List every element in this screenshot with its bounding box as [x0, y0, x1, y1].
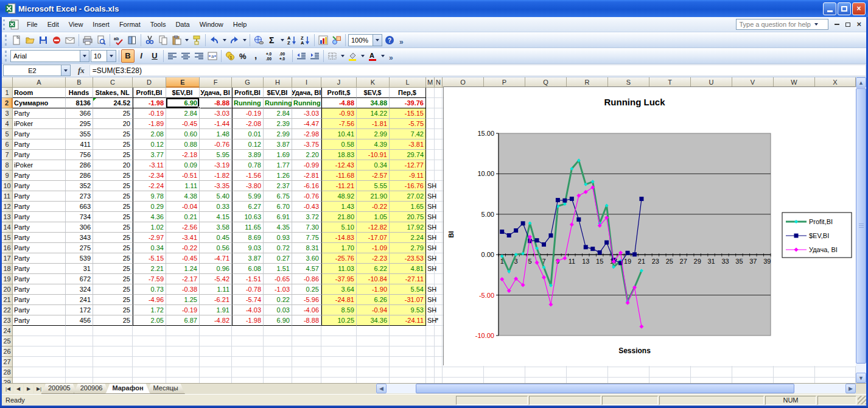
cell-F3[interactable]: -3.03 — [200, 108, 232, 119]
cell-N25[interactable] — [435, 336, 443, 346]
cell-I24[interactable] — [292, 326, 321, 336]
cell-D21[interactable]: -4.96 — [133, 295, 166, 305]
cell-J4[interactable]: -7.56 — [321, 119, 357, 129]
vertical-scrollbar[interactable]: ▲ ▼ — [856, 77, 866, 383]
cell-K27[interactable] — [357, 357, 390, 367]
cell-A23[interactable]: Party — [13, 315, 66, 326]
help-question-input[interactable]: Type a question for help — [736, 19, 828, 30]
cell-C3[interactable]: 25 — [93, 108, 133, 119]
cell-K22[interactable]: -0.94 — [357, 305, 390, 315]
cell-I18[interactable]: 4.57 — [292, 264, 321, 274]
cell-C12[interactable]: 25 — [93, 202, 133, 212]
cell-M16[interactable]: SH — [426, 243, 435, 253]
cell-B20[interactable]: 324 — [66, 284, 93, 295]
cell-J8[interactable]: -12.43 — [321, 160, 357, 171]
cell-I29[interactable] — [292, 378, 321, 383]
cell-A8[interactable]: iPoker — [13, 160, 66, 171]
col-header-E[interactable]: E — [166, 77, 200, 88]
row-header-6[interactable]: 6 — [2, 139, 13, 150]
cell-D19[interactable]: -7.59 — [133, 274, 166, 284]
cell-J19[interactable]: -37.95 — [321, 274, 357, 284]
row-header-16[interactable]: 16 — [2, 243, 13, 253]
cell-C24[interactable] — [93, 326, 133, 336]
maximize-button[interactable] — [838, 2, 851, 15]
cell-M28[interactable] — [426, 367, 435, 378]
cell-I20[interactable]: 0.25 — [292, 284, 321, 295]
cell-N27[interactable] — [435, 357, 443, 367]
cell-L15[interactable]: 2.24 — [390, 233, 426, 243]
chevron-down-icon[interactable] — [814, 23, 818, 26]
italic-button[interactable]: I — [135, 49, 148, 63]
cell-M15[interactable]: SH — [426, 233, 435, 243]
cell-C18[interactable]: 25 — [93, 264, 133, 274]
cell-F16[interactable]: 0.56 — [200, 243, 232, 253]
cell-A17[interactable]: Party — [13, 253, 66, 264]
row-header-4[interactable]: 4 — [2, 119, 13, 129]
scroll-left-icon[interactable]: ◀ — [376, 384, 387, 393]
cell-B6[interactable]: 411 — [66, 139, 93, 150]
cell-I2[interactable]: Running — [292, 98, 321, 108]
cell-E21[interactable]: 1.25 — [166, 295, 200, 305]
cell-C9[interactable]: 25 — [93, 171, 133, 181]
cell-G17[interactable]: 3.87 — [232, 253, 264, 264]
cell-L11[interactable]: 27.02 — [390, 191, 426, 202]
cell-H1[interactable]: $EV,BI — [264, 88, 292, 98]
menu-help[interactable]: Help — [228, 18, 252, 30]
row-header-28[interactable]: 28 — [2, 367, 13, 378]
cell-H7[interactable]: 1.69 — [264, 150, 292, 160]
cell-E17[interactable]: -0.45 — [166, 253, 200, 264]
cell-C20[interactable]: 25 — [93, 284, 133, 295]
cell-B8[interactable]: 286 — [66, 160, 93, 171]
cell-A28[interactable] — [13, 367, 66, 378]
cell-M17[interactable]: SH — [426, 253, 435, 264]
cell-A9[interactable]: Party — [13, 171, 66, 181]
cell-I6[interactable]: -3.75 — [292, 139, 321, 150]
cell-M6[interactable] — [426, 139, 435, 150]
cell-W28[interactable] — [774, 367, 815, 378]
cell-N6[interactable] — [435, 139, 443, 150]
vertical-scroll-thumb[interactable] — [856, 88, 866, 364]
row-header-1[interactable]: 1 — [2, 88, 13, 98]
cell-M12[interactable]: SH — [426, 202, 435, 212]
cell-F10[interactable]: -3.35 — [200, 181, 232, 191]
format-painter-button[interactable] — [190, 33, 203, 47]
cell-E10[interactable]: 1.11 — [166, 181, 200, 191]
cell-K25[interactable] — [357, 336, 390, 346]
cell-M9[interactable] — [426, 171, 435, 181]
cell-L8[interactable]: -12.77 — [390, 160, 426, 171]
cell-D14[interactable]: 1.02 — [133, 222, 166, 233]
cell-G1[interactable]: Profit,BI — [232, 88, 264, 98]
cell-J21[interactable]: -24.81 — [321, 295, 357, 305]
formula-input[interactable]: =SUM(E3:E28) — [89, 65, 866, 76]
cell-I14[interactable]: 7.30 — [292, 222, 321, 233]
cell-D15[interactable]: -2.97 — [133, 233, 166, 243]
percent-button[interactable]: % — [237, 49, 250, 63]
cell-T29[interactable] — [649, 378, 691, 383]
col-header-H[interactable]: H — [264, 77, 292, 88]
cell-M2[interactable] — [426, 98, 435, 108]
cell-K13[interactable]: 1.05 — [357, 212, 390, 222]
cell-D24[interactable] — [133, 326, 166, 336]
cell-C5[interactable]: 25 — [93, 129, 133, 139]
row-header-27[interactable]: 27 — [2, 357, 13, 367]
row-header-3[interactable]: 3 — [2, 108, 13, 119]
next-sheet-icon[interactable]: ▶ — [24, 384, 33, 393]
cell-H22[interactable]: 0.03 — [264, 305, 292, 315]
cell-M13[interactable]: SH — [426, 212, 435, 222]
col-header-C[interactable]: C — [93, 77, 133, 88]
cell-M21[interactable]: SH — [426, 295, 435, 305]
first-sheet-icon[interactable]: |◀ — [3, 384, 13, 393]
cell-X28[interactable] — [815, 367, 856, 378]
cell-E16[interactable]: -0.22 — [166, 243, 200, 253]
cell-H20[interactable]: -1.03 — [264, 284, 292, 295]
cell-J6[interactable]: 0.58 — [321, 139, 357, 150]
cell-I15[interactable]: 7.75 — [292, 233, 321, 243]
cell-I8[interactable]: -0.99 — [292, 160, 321, 171]
cell-D7[interactable]: 3.77 — [133, 150, 166, 160]
cell-J17[interactable]: -25.76 — [321, 253, 357, 264]
select-all-corner[interactable] — [2, 77, 13, 88]
cell-I17[interactable]: 3.60 — [292, 253, 321, 264]
cell-E5[interactable]: 0.60 — [166, 129, 200, 139]
cell-C13[interactable]: 25 — [93, 212, 133, 222]
row-header-18[interactable]: 18 — [2, 264, 13, 274]
